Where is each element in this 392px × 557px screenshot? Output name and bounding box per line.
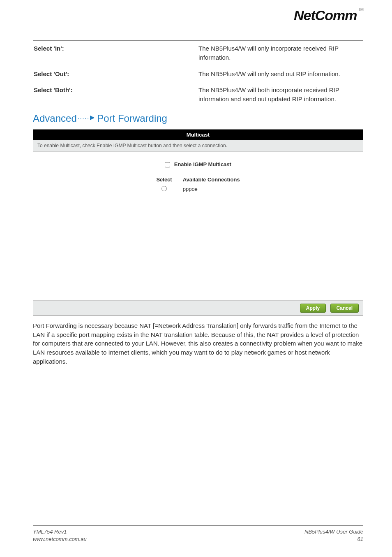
connection-radio[interactable] <box>161 186 167 191</box>
enable-igmp-checkbox[interactable] <box>165 162 170 167</box>
table-row: Select 'In': The NB5Plus4/W will only in… <box>34 43 362 68</box>
table-header-row: Select Available Connections <box>151 176 244 183</box>
definition-table: Select 'In': The NB5Plus4/W will only in… <box>33 42 363 110</box>
multicast-panel: Multicast To enable Multicast, check Ena… <box>33 129 363 316</box>
body-paragraph: Port Forwarding is necessary because NAT… <box>33 321 363 366</box>
panel-title: Multicast <box>33 130 363 140</box>
connection-name: pppoe <box>178 184 245 194</box>
panel-body: Enable IGMP Multicast Select Available C… <box>33 152 363 300</box>
term-label: Select 'Out': <box>34 69 198 84</box>
cancel-button[interactable]: Cancel <box>330 304 359 313</box>
enable-multicast-row: Enable IGMP Multicast <box>37 161 359 167</box>
table-row: Select 'Out': The NB5Plus4/W will only s… <box>34 69 362 84</box>
brand-name: NetComm <box>294 7 357 23</box>
term-desc: The NB5Plus4/W will only send out RIP in… <box>198 69 362 84</box>
section-prefix: Advanced <box>33 113 77 124</box>
brand-tm: TM <box>358 7 363 12</box>
apply-button[interactable]: Apply <box>300 304 326 313</box>
footer-rev: YML754 Rev1 <box>33 528 87 536</box>
section-heading: Advanced·····⯈Port Forwarding <box>33 113 363 124</box>
top-divider <box>33 40 363 41</box>
breadcrumb-arrow-icon: ·····⯈ <box>78 115 96 121</box>
table-row: pppoe <box>151 184 244 194</box>
connections-table: Select Available Connections pppoe <box>150 175 245 195</box>
brand-logo: NetCommTM <box>294 7 363 23</box>
term-label: Select 'In': <box>34 43 198 68</box>
footer-guide: NB5Plus4/W User Guide <box>304 528 363 536</box>
section-name: Port Forwarding <box>97 113 167 124</box>
term-desc: The NB5Plus4/W will both incorporate rec… <box>198 85 362 109</box>
panel-instruction: To enable Multicast, check Enable IGMP M… <box>33 140 363 152</box>
term-label: Select 'Both': <box>34 85 198 109</box>
panel-footer: Apply Cancel <box>33 300 363 315</box>
page-footer: YML754 Rev1 www.netcomm.com.au NB5Plus4/… <box>33 525 363 543</box>
col-select: Select <box>151 176 177 183</box>
enable-igmp-label: Enable IGMP Multicast <box>174 161 231 167</box>
footer-url: www.netcomm.com.au <box>33 536 87 543</box>
table-row: Select 'Both': The NB5Plus4/W will both … <box>34 85 362 109</box>
col-connections: Available Connections <box>178 176 245 183</box>
footer-page: 61 <box>304 536 363 543</box>
term-desc: The NB5Plus4/W will only incorporate rec… <box>198 43 362 68</box>
